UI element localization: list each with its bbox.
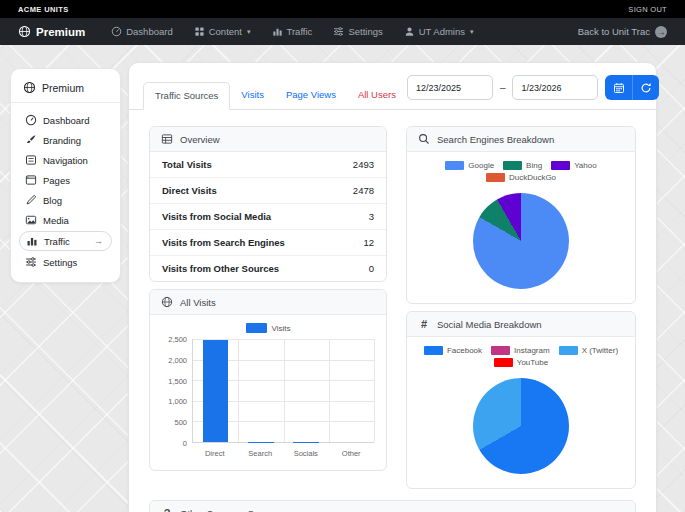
sidebar-item-label: Blog <box>43 195 62 206</box>
nav-item-dashboard[interactable]: Dashboard <box>111 26 172 37</box>
main-navbar: Premium Dashboard Content ▾ Traffic Sett… <box>0 18 685 45</box>
table-row: Direct Visits 2478 <box>150 178 386 204</box>
search-engines-card-header: Search Engines Breakdown <box>407 127 635 152</box>
arrow-right-icon: → <box>94 236 103 246</box>
date-actions <box>605 75 659 100</box>
navbar-brand[interactable]: Premium <box>18 25 85 38</box>
nav-item-label: Traffic <box>287 26 313 37</box>
sidebar-brand-label: Premium <box>42 82 84 94</box>
brush-icon <box>25 134 37 146</box>
social-media-pie-chart <box>473 378 569 474</box>
search-engines-pie-chart <box>473 193 569 289</box>
sidebar-item-dashboard[interactable]: Dashboard <box>19 110 112 130</box>
overview-card-header: Overview <box>150 127 386 152</box>
sidebar-item-label: Navigation <box>43 155 88 166</box>
sidebar-item-label: Settings <box>43 257 77 268</box>
other-sources-card-header: ? Other Common Sources <box>150 501 635 512</box>
row-value: 12 <box>363 237 374 248</box>
globe-icon <box>18 25 31 38</box>
table-row: Visits from Other Sources 0 <box>150 256 386 281</box>
sliders-icon <box>25 256 37 268</box>
start-date-input[interactable] <box>407 75 493 100</box>
sidebar-item-traffic[interactable]: Traffic → <box>19 231 112 251</box>
legend-label: Visits <box>272 324 291 333</box>
bar-chart-legend: Visits <box>162 323 374 339</box>
all-visits-card: All Visits Visits 2,500 2,000 1,500 <box>149 289 387 471</box>
legend-label: Yahoo <box>574 161 597 170</box>
legend-label: Facebook <box>447 346 482 355</box>
sidebar-item-settings[interactable]: Settings <box>19 252 112 272</box>
sidebar-item-pages[interactable]: Pages <box>19 170 112 190</box>
sign-out-link[interactable]: SIGN OUT <box>628 5 667 14</box>
legend-swatch <box>486 173 505 182</box>
nav-item-traffic[interactable]: Traffic <box>272 26 313 37</box>
sidebar-brand[interactable]: Premium <box>19 78 112 102</box>
calendar-button[interactable] <box>605 75 632 100</box>
legend-swatch <box>494 358 513 367</box>
date-range-controls: – <box>407 75 660 109</box>
list-box-icon <box>25 154 37 166</box>
grid-icon <box>194 26 205 37</box>
row-value: 3 <box>369 211 374 222</box>
nav-item-content[interactable]: Content ▾ <box>194 26 251 37</box>
person-icon <box>404 26 415 37</box>
row-label: Visits from Social Media <box>162 211 271 222</box>
overview-card: Overview Total Visits 2493 Direct Visits… <box>149 126 387 282</box>
pen-icon <box>25 194 37 206</box>
chevron-down-icon: ▾ <box>470 28 474 36</box>
social-media-card-header: # Social Media Breakdown <box>407 312 635 337</box>
back-to-unit-trac-link[interactable]: Back to Unit Trac → <box>578 26 667 38</box>
other-sources-card: ? Other Common Sources Direct 1824 www.u… <box>149 500 636 512</box>
legend-swatch <box>551 161 570 170</box>
question-icon: ? <box>161 507 173 512</box>
legend-label: X (Twitter) <box>582 346 618 355</box>
row-label: Direct Visits <box>162 185 217 196</box>
search-engines-card: Search Engines Breakdown Google Bing Yah… <box>406 126 636 304</box>
legend-label: Google <box>468 161 494 170</box>
globe-icon <box>161 296 173 308</box>
row-label: Total Visits <box>162 159 212 170</box>
sidebar-item-label: Pages <box>43 175 70 186</box>
tab-all-users[interactable]: All Users <box>347 82 407 110</box>
sidebar-item-media[interactable]: Media <box>19 210 112 230</box>
image-icon <box>25 214 37 226</box>
sidebar-item-branding[interactable]: Branding <box>19 130 112 150</box>
nav-item-ut-admins[interactable]: UT Admins ▾ <box>404 26 474 37</box>
social-media-card: # Social Media Breakdown Facebook Instag… <box>406 311 636 489</box>
end-date-input[interactable] <box>512 75 598 100</box>
main-panel: Traffic Sources Visits Page Views All Us… <box>128 62 657 512</box>
tab-page-views[interactable]: Page Views <box>275 82 347 110</box>
legend-label: Bing <box>526 161 542 170</box>
card-title: Overview <box>180 134 220 145</box>
refresh-button[interactable] <box>632 75 659 100</box>
legend-swatch <box>424 346 443 355</box>
card-title: Social Media Breakdown <box>437 319 542 330</box>
tab-traffic-sources[interactable]: Traffic Sources <box>143 82 230 110</box>
globe-icon <box>23 81 36 94</box>
company-name: ACME UNITS <box>18 5 69 14</box>
bar-direct <box>203 340 228 442</box>
nav-item-settings[interactable]: Settings <box>333 26 382 37</box>
tab-visits[interactable]: Visits <box>230 82 275 110</box>
legend-label: Instagram <box>514 346 550 355</box>
pie-legend: Facebook Instagram X (Twitter) YouTube <box>407 337 635 371</box>
nav-item-label: Dashboard <box>126 26 172 37</box>
sidebar-item-label: Media <box>43 215 69 226</box>
calendar-icon <box>613 82 625 94</box>
table-row: Total Visits 2493 <box>150 152 386 178</box>
tab-bar: Traffic Sources Visits Page Views All Us… <box>129 63 656 110</box>
window-icon <box>25 174 37 186</box>
back-link-label: Back to Unit Trac <box>578 26 650 37</box>
sidebar-item-navigation[interactable]: Navigation <box>19 150 112 170</box>
sidebar-item-label: Branding <box>43 135 81 146</box>
bar-chart-icon <box>26 235 38 247</box>
sidebar-item-blog[interactable]: Blog <box>19 190 112 210</box>
x-axis: Direct Search Socials Other <box>192 443 374 458</box>
legend-swatch <box>503 161 522 170</box>
legend-label: DuckDuckGo <box>509 173 556 182</box>
refresh-icon <box>640 82 652 94</box>
hash-icon: # <box>418 318 430 330</box>
navbar-brand-label: Premium <box>36 26 85 38</box>
bar-chart-icon <box>272 26 283 37</box>
nav-item-label: Content <box>209 26 242 37</box>
